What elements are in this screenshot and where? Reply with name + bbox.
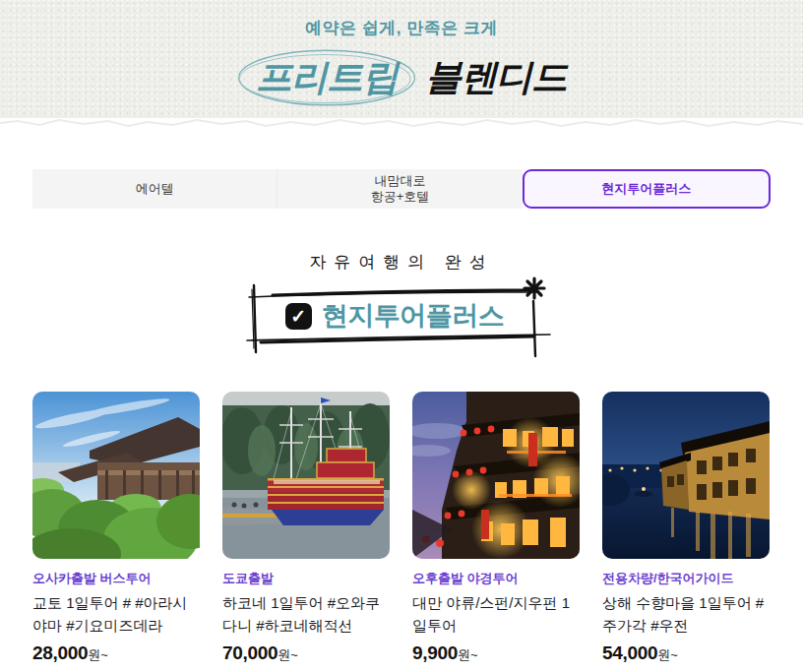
product-card[interactable]: 도쿄출발 하코네 1일투어 #오와쿠다니 #하코네해적선 70,000원~ 모리… xyxy=(222,392,390,672)
tab-local-tour-plus-label: 현지투어플러스 xyxy=(601,181,691,197)
section-box-label: 현지투어플러스 xyxy=(322,298,505,334)
card-category: 전용차량/한국어가이드 xyxy=(602,570,770,587)
card-price: 9,900원~ xyxy=(412,642,580,664)
product-card-list: 오사카출발 버스투어 교토 1일투어 # #아라시야마 #기요미즈데라 28,0… xyxy=(32,392,771,672)
card-price: 70,000원~ xyxy=(222,642,390,664)
card-title: 교토 1일투어 # #아라시야마 #기요미즈데라 xyxy=(32,592,200,637)
card-category: 오후출발 야경투어 xyxy=(412,570,580,587)
product-card[interactable]: 오후출발 야경투어 대만 야류/스펀/지우펀 1일투어 9,900원~ 까르푸쿠… xyxy=(412,392,580,672)
hand-drawn-box: ✓ 현지투어플러스 xyxy=(239,275,564,350)
section-header: 자유여행의 완성 ✓ 현지투어플러스 xyxy=(0,251,803,350)
tab-airtel-label: 에어텔 xyxy=(136,181,174,197)
card-image-jiufen-night xyxy=(412,392,580,559)
tab-local-tour-plus[interactable]: 현지투어플러스 xyxy=(523,169,771,209)
hero-tagline: 예약은 쉽게, 만족은 크게 xyxy=(0,0,803,39)
logo-text-secondary: 블렌디드 xyxy=(425,53,567,102)
card-price: 54,000원~ xyxy=(602,642,770,664)
logo-text-primary: 프리트립 xyxy=(256,57,398,97)
card-title: 상해 수향마을 1일투어 #주가각 #우전 xyxy=(602,592,770,637)
section-subtitle: 자유여행의 완성 xyxy=(0,251,803,274)
card-image-kyoto-temple xyxy=(32,392,200,559)
card-category: 오사카출발 버스투어 xyxy=(32,570,200,587)
product-tab-bar: 에어텔 내맘대로 항공+호텔 현지투어플러스 xyxy=(32,169,771,209)
product-card[interactable]: 전용차량/한국어가이드 상해 수향마을 1일투어 #주가각 #우전 54,000… xyxy=(602,392,770,672)
card-image-wuzhen-canal-night xyxy=(602,392,770,559)
hero-banner: 예약은 쉽게, 만족은 크게 프리트립 블렌디드 xyxy=(0,0,803,118)
card-category: 도쿄출발 xyxy=(222,570,390,587)
brand-logo: 프리트립 블렌디드 xyxy=(0,47,803,108)
tab-custom-flight-hotel[interactable]: 내맘대로 항공+호텔 xyxy=(278,169,522,209)
product-card[interactable]: 오사카출발 버스투어 교토 1일투어 # #아라시야마 #기요미즈데라 28,0… xyxy=(32,392,200,672)
torn-paper-edge xyxy=(0,117,803,131)
tab-custom-line1: 내맘대로 xyxy=(374,173,425,189)
card-image-hakone-pirate-ship xyxy=(222,392,390,559)
tab-custom-line2: 항공+호텔 xyxy=(371,189,430,205)
card-title: 하코네 1일투어 #오와쿠다니 #하코네해적선 xyxy=(222,592,390,637)
tab-airtel[interactable]: 에어텔 xyxy=(32,169,278,209)
checkbox-check-icon: ✓ xyxy=(285,303,312,330)
card-title: 대만 야류/스펀/지우펀 1일투어 xyxy=(412,592,580,637)
card-price: 28,000원~ xyxy=(32,642,200,664)
